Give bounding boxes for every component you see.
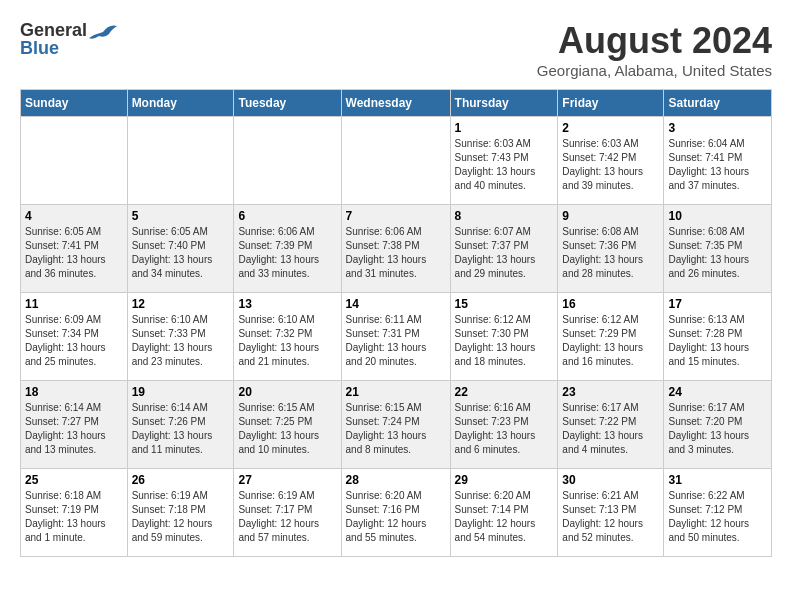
- header-sunday: Sunday: [21, 90, 128, 117]
- day-number: 14: [346, 297, 446, 311]
- day-number: 21: [346, 385, 446, 399]
- day-info: Sunrise: 6:19 AM Sunset: 7:17 PM Dayligh…: [238, 489, 336, 545]
- day-number: 16: [562, 297, 659, 311]
- day-number: 28: [346, 473, 446, 487]
- day-info: Sunrise: 6:10 AM Sunset: 7:32 PM Dayligh…: [238, 313, 336, 369]
- calendar-week-row: 25Sunrise: 6:18 AM Sunset: 7:19 PM Dayli…: [21, 469, 772, 557]
- header-friday: Friday: [558, 90, 664, 117]
- table-row: 27Sunrise: 6:19 AM Sunset: 7:17 PM Dayli…: [234, 469, 341, 557]
- day-info: Sunrise: 6:22 AM Sunset: 7:12 PM Dayligh…: [668, 489, 767, 545]
- calendar-table: Sunday Monday Tuesday Wednesday Thursday…: [20, 89, 772, 557]
- day-number: 5: [132, 209, 230, 223]
- day-number: 3: [668, 121, 767, 135]
- table-row: 7Sunrise: 6:06 AM Sunset: 7:38 PM Daylig…: [341, 205, 450, 293]
- table-row: 20Sunrise: 6:15 AM Sunset: 7:25 PM Dayli…: [234, 381, 341, 469]
- header-saturday: Saturday: [664, 90, 772, 117]
- day-number: 30: [562, 473, 659, 487]
- day-info: Sunrise: 6:17 AM Sunset: 7:22 PM Dayligh…: [562, 401, 659, 457]
- day-number: 19: [132, 385, 230, 399]
- table-row: 14Sunrise: 6:11 AM Sunset: 7:31 PM Dayli…: [341, 293, 450, 381]
- header-tuesday: Tuesday: [234, 90, 341, 117]
- table-row: 30Sunrise: 6:21 AM Sunset: 7:13 PM Dayli…: [558, 469, 664, 557]
- table-row: 4Sunrise: 6:05 AM Sunset: 7:41 PM Daylig…: [21, 205, 128, 293]
- day-number: 1: [455, 121, 554, 135]
- day-info: Sunrise: 6:21 AM Sunset: 7:13 PM Dayligh…: [562, 489, 659, 545]
- day-number: 2: [562, 121, 659, 135]
- day-info: Sunrise: 6:03 AM Sunset: 7:42 PM Dayligh…: [562, 137, 659, 193]
- location-subtitle: Georgiana, Alabama, United States: [537, 62, 772, 79]
- table-row: 2Sunrise: 6:03 AM Sunset: 7:42 PM Daylig…: [558, 117, 664, 205]
- day-number: 6: [238, 209, 336, 223]
- calendar-week-row: 4Sunrise: 6:05 AM Sunset: 7:41 PM Daylig…: [21, 205, 772, 293]
- logo-bird-icon: [89, 22, 117, 42]
- day-number: 27: [238, 473, 336, 487]
- day-info: Sunrise: 6:12 AM Sunset: 7:29 PM Dayligh…: [562, 313, 659, 369]
- day-number: 8: [455, 209, 554, 223]
- day-number: 9: [562, 209, 659, 223]
- day-number: 17: [668, 297, 767, 311]
- table-row: 31Sunrise: 6:22 AM Sunset: 7:12 PM Dayli…: [664, 469, 772, 557]
- header-wednesday: Wednesday: [341, 90, 450, 117]
- day-info: Sunrise: 6:05 AM Sunset: 7:40 PM Dayligh…: [132, 225, 230, 281]
- day-info: Sunrise: 6:09 AM Sunset: 7:34 PM Dayligh…: [25, 313, 123, 369]
- table-row: 10Sunrise: 6:08 AM Sunset: 7:35 PM Dayli…: [664, 205, 772, 293]
- day-number: 10: [668, 209, 767, 223]
- day-info: Sunrise: 6:13 AM Sunset: 7:28 PM Dayligh…: [668, 313, 767, 369]
- day-info: Sunrise: 6:16 AM Sunset: 7:23 PM Dayligh…: [455, 401, 554, 457]
- day-number: 22: [455, 385, 554, 399]
- table-row: 15Sunrise: 6:12 AM Sunset: 7:30 PM Dayli…: [450, 293, 558, 381]
- table-row: 6Sunrise: 6:06 AM Sunset: 7:39 PM Daylig…: [234, 205, 341, 293]
- day-info: Sunrise: 6:15 AM Sunset: 7:25 PM Dayligh…: [238, 401, 336, 457]
- table-row: 19Sunrise: 6:14 AM Sunset: 7:26 PM Dayli…: [127, 381, 234, 469]
- day-number: 23: [562, 385, 659, 399]
- day-number: 4: [25, 209, 123, 223]
- day-info: Sunrise: 6:10 AM Sunset: 7:33 PM Dayligh…: [132, 313, 230, 369]
- day-info: Sunrise: 6:15 AM Sunset: 7:24 PM Dayligh…: [346, 401, 446, 457]
- table-row: 21Sunrise: 6:15 AM Sunset: 7:24 PM Dayli…: [341, 381, 450, 469]
- header-monday: Monday: [127, 90, 234, 117]
- day-number: 15: [455, 297, 554, 311]
- calendar-week-row: 1Sunrise: 6:03 AM Sunset: 7:43 PM Daylig…: [21, 117, 772, 205]
- day-info: Sunrise: 6:14 AM Sunset: 7:27 PM Dayligh…: [25, 401, 123, 457]
- day-info: Sunrise: 6:12 AM Sunset: 7:30 PM Dayligh…: [455, 313, 554, 369]
- day-number: 18: [25, 385, 123, 399]
- day-info: Sunrise: 6:14 AM Sunset: 7:26 PM Dayligh…: [132, 401, 230, 457]
- day-info: Sunrise: 6:08 AM Sunset: 7:36 PM Dayligh…: [562, 225, 659, 281]
- calendar-header-row: Sunday Monday Tuesday Wednesday Thursday…: [21, 90, 772, 117]
- calendar-week-row: 11Sunrise: 6:09 AM Sunset: 7:34 PM Dayli…: [21, 293, 772, 381]
- day-info: Sunrise: 6:06 AM Sunset: 7:39 PM Dayligh…: [238, 225, 336, 281]
- day-info: Sunrise: 6:04 AM Sunset: 7:41 PM Dayligh…: [668, 137, 767, 193]
- title-area: August 2024 Georgiana, Alabama, United S…: [537, 20, 772, 79]
- logo-blue-text: Blue: [20, 38, 59, 59]
- day-number: 26: [132, 473, 230, 487]
- table-row: 22Sunrise: 6:16 AM Sunset: 7:23 PM Dayli…: [450, 381, 558, 469]
- day-info: Sunrise: 6:20 AM Sunset: 7:16 PM Dayligh…: [346, 489, 446, 545]
- day-number: 13: [238, 297, 336, 311]
- day-info: Sunrise: 6:05 AM Sunset: 7:41 PM Dayligh…: [25, 225, 123, 281]
- day-info: Sunrise: 6:11 AM Sunset: 7:31 PM Dayligh…: [346, 313, 446, 369]
- table-row: [127, 117, 234, 205]
- logo: General Blue: [20, 20, 117, 59]
- table-row: 5Sunrise: 6:05 AM Sunset: 7:40 PM Daylig…: [127, 205, 234, 293]
- day-number: 7: [346, 209, 446, 223]
- table-row: 29Sunrise: 6:20 AM Sunset: 7:14 PM Dayli…: [450, 469, 558, 557]
- day-info: Sunrise: 6:07 AM Sunset: 7:37 PM Dayligh…: [455, 225, 554, 281]
- table-row: 17Sunrise: 6:13 AM Sunset: 7:28 PM Dayli…: [664, 293, 772, 381]
- day-info: Sunrise: 6:06 AM Sunset: 7:38 PM Dayligh…: [346, 225, 446, 281]
- table-row: 12Sunrise: 6:10 AM Sunset: 7:33 PM Dayli…: [127, 293, 234, 381]
- day-number: 29: [455, 473, 554, 487]
- table-row: 11Sunrise: 6:09 AM Sunset: 7:34 PM Dayli…: [21, 293, 128, 381]
- day-info: Sunrise: 6:19 AM Sunset: 7:18 PM Dayligh…: [132, 489, 230, 545]
- table-row: 8Sunrise: 6:07 AM Sunset: 7:37 PM Daylig…: [450, 205, 558, 293]
- table-row: 16Sunrise: 6:12 AM Sunset: 7:29 PM Dayli…: [558, 293, 664, 381]
- day-number: 24: [668, 385, 767, 399]
- day-info: Sunrise: 6:03 AM Sunset: 7:43 PM Dayligh…: [455, 137, 554, 193]
- page-header: General Blue August 2024 Georgiana, Alab…: [20, 20, 772, 79]
- day-number: 12: [132, 297, 230, 311]
- table-row: [341, 117, 450, 205]
- table-row: 1Sunrise: 6:03 AM Sunset: 7:43 PM Daylig…: [450, 117, 558, 205]
- calendar-week-row: 18Sunrise: 6:14 AM Sunset: 7:27 PM Dayli…: [21, 381, 772, 469]
- month-year-title: August 2024: [537, 20, 772, 62]
- day-info: Sunrise: 6:17 AM Sunset: 7:20 PM Dayligh…: [668, 401, 767, 457]
- table-row: 18Sunrise: 6:14 AM Sunset: 7:27 PM Dayli…: [21, 381, 128, 469]
